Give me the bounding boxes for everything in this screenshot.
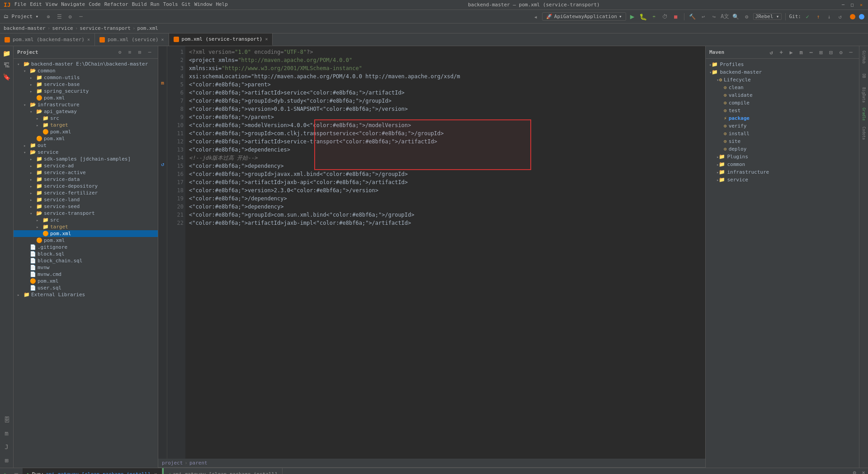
tree-item[interactable]: ▸📁service-land [14,196,158,203]
tree-item[interactable]: ▾📂service-transport [14,210,158,217]
tab-close-1[interactable]: × [87,37,90,42]
tree-item[interactable]: ▸📁target [14,122,158,128]
run-config-dropdown[interactable]: 🚀 ApiGatewayApplication ▾ [542,12,626,21]
run-play-button[interactable]: ▶ [2,470,11,474]
maven-close[interactable]: ─ [846,48,855,57]
maven-collapse[interactable]: ⊟ [826,48,835,57]
run-tab-run[interactable]: ▶ Run: api_gateway [clean,package,instal… [23,468,162,474]
sidebar-close[interactable]: ─ [145,48,154,57]
project-panel-icon[interactable]: 📁 [1,48,12,59]
menu-tools[interactable]: Tools [163,1,178,8]
tree-item[interactable]: ▾📂common [14,67,158,74]
menu-run[interactable]: Run [151,1,160,8]
tree-item[interactable]: 🟠pom.xml [14,128,158,135]
menu-bar[interactable]: IJ File Edit View Navigate Code Refactor… [4,1,228,8]
tree-item[interactable]: 🟠pom.xml [14,237,158,244]
editor-breadcrumb-project[interactable]: project [162,460,183,466]
tree-item[interactable]: 📄mvnw [14,264,158,271]
run-close-icon[interactable]: × [859,468,868,474]
toolbar-icon-1[interactable]: ⊕ [44,12,53,21]
debug-button[interactable]: 🐛 [639,12,648,21]
maven-m[interactable]: m [797,48,806,57]
jrebel-left-icon[interactable]: J [1,441,12,452]
maven-item[interactable]: ⊙verify [706,122,859,130]
maven-item[interactable]: ▾ ⚙Lifecycle [706,76,859,84]
run-button[interactable]: ▶ [628,12,637,21]
run-stop-button[interactable]: ■ [12,470,21,474]
maven-left-icon[interactable]: m [1,428,12,439]
database-icon[interactable]: 🗄 [1,414,12,425]
menu-help[interactable]: Help [216,1,228,8]
menu-refactor[interactable]: Refactor [104,1,128,8]
maven-dots[interactable]: ⋯ [807,48,816,57]
run-tab-run2[interactable]: ✓ api_gateway [clean,package,install] [162,468,283,474]
run-tab-close[interactable]: × [154,471,157,474]
maven-settings[interactable]: ⚙ [836,48,845,57]
tree-item[interactable]: ▸📁sdk-samples [jdchain-samples] [14,156,158,162]
maven-item[interactable]: ⊙deploy [706,145,859,153]
gradle-icon[interactable]: Gradle [860,105,868,123]
bookmarks-icon[interactable]: 🔖 [1,71,12,82]
stop-button[interactable]: ■ [671,12,680,21]
tab-pom-transport[interactable]: pom.xml (service-transport) × [169,33,273,46]
tree-item[interactable]: ▸📁service-seed [14,203,158,210]
tree-item[interactable]: ▸📁common-utils [14,74,158,81]
tree-item[interactable]: ▸📁out [14,142,158,149]
tree-item[interactable]: ▾📂backend-master E:\DChain\backend-maste… [14,61,158,67]
tree-item[interactable]: ▸📁service-base [14,81,158,88]
tree-item[interactable]: ▸📁target [14,223,158,230]
menu-file[interactable]: File [14,1,27,8]
editor-content[interactable]: m↺ 12345678910111213141516171819202122 <… [158,46,705,459]
maven-item[interactable]: ⊙validate [706,91,859,99]
breadcrumb-root[interactable]: backend-master [4,25,46,31]
menu-build[interactable]: Build [132,1,147,8]
tree-item[interactable]: 📄block.sql [14,251,158,257]
menu-window[interactable]: Window [194,1,212,8]
git-icon-3[interactable]: ↓ [825,12,834,21]
maximize-button[interactable]: □ [849,2,855,8]
maven-item[interactable]: ⚡package [706,114,859,122]
sidebar-settings[interactable]: ⊞ [135,48,144,57]
tree-item[interactable]: ▾📂infrastructure [14,101,158,108]
tab-close-2[interactable]: × [161,37,164,42]
tree-item[interactable]: ▸📁service-data [14,176,158,183]
sidebar-collapse[interactable]: ≡ [125,48,134,57]
menu-navigate[interactable]: Navigate [61,1,85,8]
bigdata-icon[interactable]: BigData [860,86,868,104]
maven-item[interactable]: ▸ 📁service [706,176,859,184]
github-icon[interactable]: GitHub [860,48,868,66]
maven-run[interactable]: ▶ [787,48,796,57]
tree-item[interactable]: 📄mvnw.cmd [14,271,158,278]
menu-edit[interactable]: Edit [30,1,42,8]
maven-item[interactable]: ⊙clean [706,84,859,91]
undo-button[interactable]: ↩ [699,12,708,21]
reload-icon[interactable]: ↺ [161,161,164,167]
maven-item[interactable]: ⊙compile [706,99,859,107]
build-button[interactable]: 🔨 [688,12,697,21]
breadcrumb-pom[interactable]: pom.xml [137,25,158,31]
maven-expand[interactable]: ⊞ [816,48,826,57]
sidebar-gear[interactable]: ⚙ [115,48,124,57]
maven-item[interactable]: ▸ 📁Profiles [706,61,859,68]
tree-item[interactable]: 📄.gitignore [14,244,158,251]
tree-item[interactable]: ▸📁spring_security [14,88,158,95]
git-icon-2[interactable]: ↑ [814,12,823,21]
menu-git[interactable]: Git [182,1,191,8]
database-right-icon[interactable]: DB [860,67,868,85]
search-icon[interactable]: 🔍 [731,12,741,21]
window-controls[interactable]: ─ □ ✕ [840,2,864,8]
tree-item[interactable]: 🟠pom.xml [14,278,158,284]
tab-pom-backend[interactable]: pom.xml (backend-master) × [0,33,95,46]
toolbar-icon-3[interactable]: ⚙ [66,12,75,21]
back-button[interactable]: ◂ [531,12,540,21]
coverage-button[interactable]: ☂ [650,12,659,21]
maven-item[interactable]: ▸ 📁infrastructure [706,168,859,176]
git-icon-1[interactable]: ✓ [803,12,812,21]
run-settings-icon[interactable]: ⚙ [850,468,859,474]
maven-reload[interactable]: ↺ [767,48,776,57]
translate-icon[interactable]: A文 [721,12,730,21]
tree-item[interactable]: ▸📁src [14,217,158,223]
tree-item[interactable]: 🟠pom.xml [14,95,158,101]
tree-item[interactable]: ▸📁service-fertilizer [14,190,158,196]
tab-pom-service[interactable]: pom.xml (service) × [95,33,169,46]
